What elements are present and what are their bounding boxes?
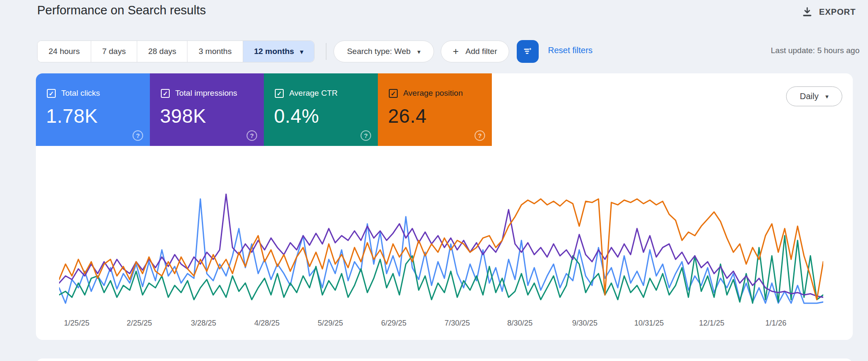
check-icon: ✓ <box>277 90 282 97</box>
x-axis-tick-label: 2/25/25 <box>127 319 152 328</box>
metric-value: 398K <box>160 105 206 127</box>
date-range-12-months-label: 12 months <box>254 47 294 56</box>
metric-tiles: ✓ Total clicks 1.78K ? ✓ Total impressio… <box>36 73 492 146</box>
check-icon: ✓ <box>391 90 396 97</box>
date-range-3-months[interactable]: 3 months <box>187 41 242 62</box>
help-icon[interactable]: ? <box>361 130 371 141</box>
date-range-12-months[interactable]: 12 months ▾ <box>243 41 315 62</box>
check-icon: ✓ <box>163 90 168 97</box>
add-filter-button[interactable]: + Add filter <box>441 40 509 62</box>
date-range-28-days[interactable]: 28 days <box>137 41 187 62</box>
filter-toolbar: 24 hours 7 days 28 days 3 months 12 mont… <box>0 40 868 63</box>
performance-chart-card: ✓ Total clicks 1.78K ? ✓ Total impressio… <box>36 73 853 340</box>
metric-value: 0.4% <box>274 105 319 127</box>
x-axis-tick-label: 7/30/25 <box>445 319 470 328</box>
metric-value: 1.78K <box>46 105 98 127</box>
add-filter-label: Add filter <box>466 47 497 56</box>
chevron-down-icon: ▾ <box>300 48 304 55</box>
last-update-text: Last update: 5 hours ago <box>771 46 860 55</box>
metric-tile-total-impressions[interactable]: ✓ Total impressions 398K ? <box>150 73 264 146</box>
plus-icon: + <box>453 46 459 57</box>
metric-tile-average-position[interactable]: ✓ Average position 26.4 ? <box>378 73 492 146</box>
x-axis: 1/25/252/25/253/28/254/28/255/29/256/29/… <box>59 319 823 330</box>
date-range-segmented-control: 24 hours 7 days 28 days 3 months 12 mont… <box>37 40 315 62</box>
export-button[interactable]: EXPORT <box>801 3 856 20</box>
search-type-label: Search type: Web <box>347 47 411 56</box>
metric-tile-total-clicks[interactable]: ✓ Total clicks 1.78K ? <box>36 73 150 146</box>
metric-label: Average CTR <box>289 89 338 98</box>
next-section-card-top <box>36 358 853 361</box>
filter-settings-button[interactable] <box>517 40 539 63</box>
chevron-down-icon: ▾ <box>825 93 829 100</box>
performance-line-chart[interactable] <box>59 184 823 314</box>
search-type-dropdown[interactable]: Search type: Web ▾ <box>334 40 434 62</box>
filter-sparkle-icon <box>522 46 533 58</box>
page-title: Performance on Search results <box>37 3 206 17</box>
metric-label: Total clicks <box>61 89 100 98</box>
metric-value: 26.4 <box>388 105 427 127</box>
date-range-7-days[interactable]: 7 days <box>91 41 137 62</box>
metric-checkbox[interactable]: ✓ <box>389 89 398 98</box>
metric-label: Average position <box>403 89 463 98</box>
date-range-24-hours[interactable]: 24 hours <box>38 41 91 62</box>
metric-checkbox[interactable]: ✓ <box>161 89 170 98</box>
x-axis-tick-label: 8/30/25 <box>507 319 532 328</box>
x-axis-tick-label: 6/29/25 <box>381 319 407 328</box>
x-axis-tick-label: 3/28/25 <box>191 319 216 328</box>
x-axis-tick-label: 1/25/25 <box>64 319 90 328</box>
x-axis-tick-label: 5/29/25 <box>318 319 343 328</box>
help-icon[interactable]: ? <box>247 130 257 141</box>
granularity-dropdown[interactable]: Daily ▾ <box>786 86 842 106</box>
metric-checkbox[interactable]: ✓ <box>275 89 284 98</box>
help-icon[interactable]: ? <box>133 130 143 141</box>
check-icon: ✓ <box>49 90 54 97</box>
metric-checkbox[interactable]: ✓ <box>47 89 56 98</box>
toolbar-divider <box>326 43 326 60</box>
x-axis-tick-label: 9/30/25 <box>572 319 597 328</box>
x-axis-tick-label: 10/31/25 <box>634 319 664 328</box>
chart-line-average-position <box>59 199 823 300</box>
download-icon <box>801 6 813 18</box>
chevron-down-icon: ▾ <box>418 48 421 55</box>
x-axis-tick-label: 12/1/25 <box>699 319 724 328</box>
metric-label: Total impressions <box>175 89 237 98</box>
granularity-label: Daily <box>800 92 819 101</box>
export-label: EXPORT <box>819 7 856 17</box>
help-icon[interactable]: ? <box>475 130 485 141</box>
chart-canvas[interactable] <box>59 184 823 314</box>
x-axis-tick-label: 1/1/26 <box>765 319 787 328</box>
metric-tile-average-ctr[interactable]: ✓ Average CTR 0.4% ? <box>264 73 378 146</box>
reset-filters-link[interactable]: Reset filters <box>548 46 593 55</box>
x-axis-tick-label: 4/28/25 <box>254 319 279 328</box>
